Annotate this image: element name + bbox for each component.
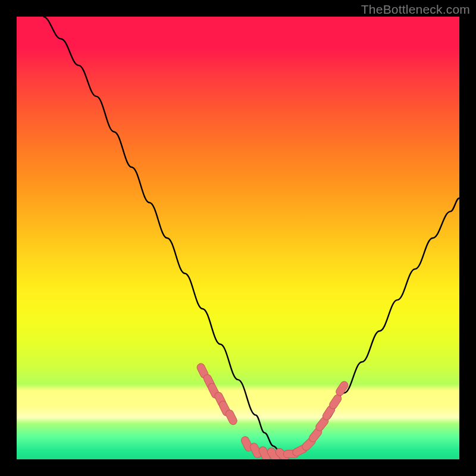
watermark-label: TheBottleneck.com: [361, 2, 470, 17]
chart-svg: [17, 17, 459, 459]
curve-marker: [224, 409, 238, 426]
bottleneck-curve: [43, 17, 459, 455]
chart-frame: TheBottleneck.com: [0, 0, 476, 476]
plot-area: [17, 17, 459, 459]
marker-group: [196, 362, 350, 459]
